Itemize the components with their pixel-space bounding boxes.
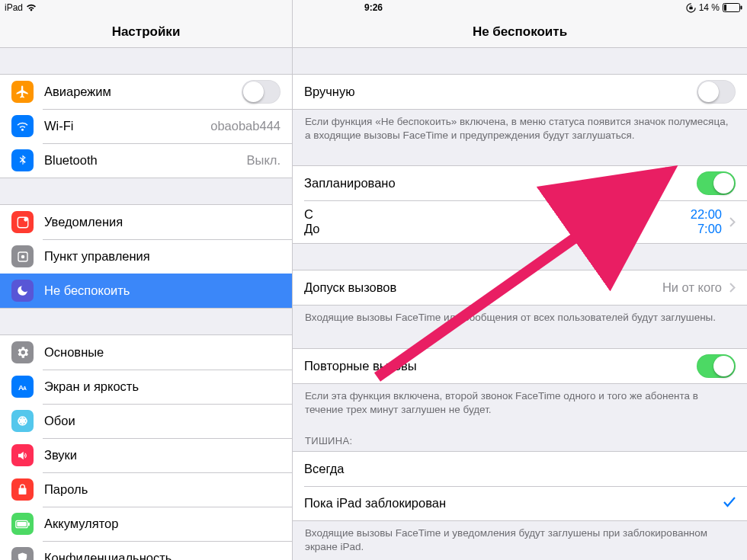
- battery-percent: 14 %: [699, 2, 720, 13]
- sidebar-item-battery[interactable]: Аккумулятор: [0, 507, 292, 541]
- scheduled-group: Запланировано С До 22:00 7:00: [293, 165, 747, 244]
- silence-locked-row[interactable]: Пока iPad заблокирован: [293, 486, 747, 520]
- passcode-label: Пароль: [44, 482, 281, 497]
- bluetooth-icon: [11, 149, 34, 171]
- display-label: Экран и яркость: [44, 379, 281, 394]
- wifi-app-icon: [11, 115, 34, 137]
- svg-rect-17: [27, 522, 29, 526]
- privacy-label: Конфиденциальность: [44, 551, 281, 560]
- control-center-icon: [11, 245, 34, 267]
- manual-footer: Если функция «Не беспокоить» включена, в…: [293, 110, 747, 149]
- bluetooth-label: Bluetooth: [44, 153, 247, 168]
- moon-icon: [11, 280, 34, 302]
- chevron-right-icon: [729, 283, 736, 293]
- battery-app-icon: [11, 513, 34, 535]
- sidebar-item-bluetooth[interactable]: Bluetooth Выкл.: [0, 143, 292, 178]
- allow-calls-row[interactable]: Допуск вызовов Ни от кого: [293, 270, 747, 305]
- sidebar-item-general[interactable]: Основные: [0, 335, 292, 370]
- settings-sidebar: Настройки Авиарежим Wi-Fi obao: [0, 0, 293, 560]
- silence-always-label: Всегда: [304, 462, 736, 476]
- sidebar-item-notifications[interactable]: Уведомления: [0, 205, 292, 239]
- svg-point-7: [21, 254, 24, 258]
- wallpaper-icon: [11, 410, 34, 432]
- sidebar-group-connectivity: Авиарежим Wi-Fi obaobab444 Bluetooth Вык…: [0, 74, 292, 178]
- repeated-label: Повторные вызовы: [304, 359, 697, 373]
- scheduled-toggle[interactable]: [697, 171, 736, 195]
- from-label: С: [304, 207, 691, 222]
- battery-icon: [723, 3, 742, 12]
- chevron-right-icon: [729, 217, 736, 227]
- gear-icon: [11, 341, 34, 363]
- sidebar-group-general: Основные AA Экран и яркость Обои: [0, 334, 292, 560]
- airplane-label: Авиарежим: [44, 85, 242, 99]
- detail-title: Не беспокоить: [473, 24, 567, 40]
- sounds-icon: [11, 444, 34, 466]
- manual-label: Вручную: [304, 85, 697, 99]
- detail-pane: Не беспокоить Вручную Если функция «Не б…: [293, 0, 747, 560]
- svg-rect-3: [741, 6, 742, 10]
- silence-locked-label: Пока iPad заблокирован: [304, 496, 716, 510]
- repeated-footer: Если эта функция включена, второй звонок…: [293, 384, 747, 423]
- to-time: 7:00: [691, 222, 722, 236]
- orientation-lock-icon: [686, 3, 696, 13]
- status-time: 9:26: [364, 2, 383, 13]
- airplane-icon: [11, 81, 34, 103]
- scheduled-row[interactable]: Запланировано: [293, 166, 747, 200]
- allow-calls-group: Допуск вызовов Ни от кого: [293, 270, 747, 306]
- svg-rect-16: [17, 521, 26, 526]
- airplane-toggle[interactable]: [242, 80, 281, 104]
- scheduled-label: Запланировано: [304, 176, 697, 190]
- wifi-icon: [26, 4, 37, 12]
- status-bar: iPad 9:26 14 %: [0, 0, 747, 15]
- sidebar-item-airplane[interactable]: Авиарежим: [0, 75, 292, 109]
- display-icon: AA: [11, 376, 34, 398]
- silence-group: Всегда Пока iPad заблокирован: [293, 451, 747, 521]
- repeated-row[interactable]: Повторные вызовы: [293, 349, 747, 383]
- control-center-label: Пункт управления: [44, 249, 281, 264]
- wifi-value: obaobab444: [210, 119, 281, 133]
- svg-rect-2: [724, 5, 726, 11]
- silence-footer: Входящие вызовы FaceTime и уведомления б…: [293, 521, 747, 560]
- privacy-icon: [11, 547, 34, 560]
- sidebar-item-wifi[interactable]: Wi-Fi obaobab444: [0, 109, 292, 143]
- manual-toggle[interactable]: [697, 80, 736, 104]
- repeated-toggle[interactable]: [697, 354, 736, 378]
- dnd-label: Не беспокоить: [44, 283, 281, 298]
- schedule-time-row[interactable]: С До 22:00 7:00: [293, 200, 747, 243]
- to-label: До: [304, 222, 691, 237]
- silence-header: ТИШИНА:: [293, 423, 747, 451]
- repeated-group: Повторные вызовы: [293, 348, 747, 384]
- allow-calls-footer: Входящие вызовы FaceTime или сообщения о…: [293, 306, 747, 331]
- allow-calls-label: Допуск вызовов: [304, 280, 662, 295]
- battery-label: Аккумулятор: [44, 517, 281, 531]
- sidebar-title: Настройки: [112, 24, 181, 40]
- manual-row[interactable]: Вручную: [293, 75, 747, 109]
- device-name: iPad: [5, 2, 23, 13]
- checkmark-icon: [723, 497, 736, 510]
- sidebar-item-privacy[interactable]: Конфиденциальность: [0, 541, 292, 560]
- notifications-icon: [11, 211, 34, 233]
- svg-point-5: [24, 217, 27, 221]
- sidebar-group-notifications: Уведомления Пункт управления Не беспокои…: [0, 204, 292, 309]
- sidebar-item-control-center[interactable]: Пункт управления: [0, 239, 292, 274]
- wallpaper-label: Обои: [44, 414, 281, 428]
- sidebar-item-sounds[interactable]: Звуки: [0, 438, 292, 472]
- sounds-label: Звуки: [44, 448, 281, 462]
- sidebar-item-display[interactable]: AA Экран и яркость: [0, 370, 292, 404]
- from-time: 22:00: [691, 207, 722, 222]
- general-label: Основные: [44, 345, 281, 360]
- wifi-label: Wi-Fi: [44, 119, 210, 133]
- svg-text:A: A: [23, 385, 27, 390]
- sidebar-item-dnd[interactable]: Не беспокоить: [0, 274, 292, 308]
- bluetooth-value: Выкл.: [247, 153, 281, 168]
- silence-always-row[interactable]: Всегда: [293, 452, 747, 486]
- notifications-label: Уведомления: [44, 215, 281, 229]
- manual-group: Вручную: [293, 74, 747, 110]
- allow-calls-value: Ни от кого: [662, 280, 722, 295]
- sidebar-item-passcode[interactable]: Пароль: [0, 472, 292, 507]
- sidebar-item-wallpaper[interactable]: Обои: [0, 404, 292, 438]
- passcode-icon: [11, 478, 34, 501]
